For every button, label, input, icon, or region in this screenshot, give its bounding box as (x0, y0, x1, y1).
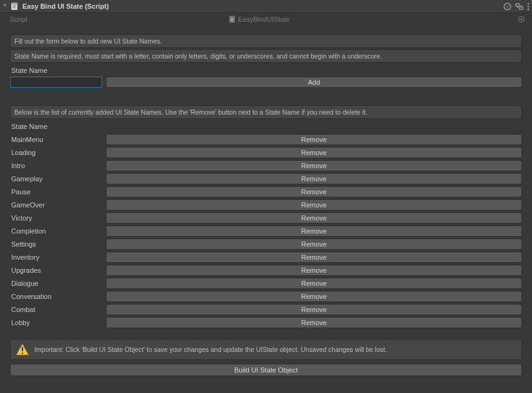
svg-point-10 (528, 6, 530, 7)
state-row: UpgradesRemove (10, 263, 522, 277)
remove-button[interactable]: Remove (106, 278, 522, 289)
remove-button[interactable]: Remove (106, 239, 522, 250)
state-row: GameOverRemove (10, 198, 522, 211)
state-row: GameplayRemove (10, 172, 522, 185)
state-name-cell: Lobby (10, 319, 106, 326)
state-name-cell: GameOver (10, 201, 106, 209)
script-field-value: # EasyBindUIState (227, 15, 522, 24)
remove-button[interactable]: Remove (106, 186, 522, 197)
remove-button[interactable]: Remove (106, 265, 522, 276)
state-list: MainMenuRemoveLoadingRemoveIntroRemoveGa… (10, 133, 522, 329)
svg-rect-5 (516, 4, 519, 6)
build-ui-state-button[interactable]: Build UI State Object (10, 364, 522, 376)
svg-text:#: # (231, 17, 234, 22)
svg-rect-6 (520, 7, 523, 9)
warning-box: Important: Click 'Build UI State Object'… (10, 339, 522, 360)
remove-button[interactable]: Remove (106, 212, 522, 224)
state-name-cell: MainMenu (10, 136, 106, 143)
svg-rect-17 (22, 347, 23, 351)
warning-text: Important: Click 'Build UI State Object'… (34, 346, 387, 353)
state-row: MainMenuRemove (10, 133, 522, 146)
component-title: Easy Bind UI State (Script) (22, 2, 109, 10)
script-reference-name: EasyBindUIState (238, 16, 290, 23)
state-row: LobbyRemove (10, 316, 522, 329)
state-name-cell: Inventory (10, 253, 106, 261)
state-name-cell: Dialogue (10, 280, 106, 287)
state-row: ConversationRemove (10, 290, 522, 303)
state-name-cell: Conversation (10, 293, 106, 300)
svg-point-11 (528, 8, 530, 10)
help-icon[interactable]: ? (503, 2, 511, 11)
state-row: PauseRemove (10, 185, 522, 198)
remove-button[interactable]: Remove (106, 147, 522, 158)
foldout-toggle-icon[interactable]: ▼ (2, 3, 7, 8)
svg-text:#: # (13, 4, 16, 9)
remove-button[interactable]: Remove (106, 317, 522, 328)
script-file-icon: # (229, 16, 235, 23)
state-row: CompletionRemove (10, 224, 522, 237)
component-header: ▼ # Easy Bind UI State (Script) ? (0, 0, 532, 13)
state-row: SettingsRemove (10, 237, 522, 250)
svg-point-9 (528, 2, 530, 4)
warning-icon (16, 343, 29, 356)
remove-button[interactable]: Remove (106, 291, 522, 302)
state-name-input[interactable] (10, 77, 102, 88)
svg-rect-18 (22, 353, 23, 354)
state-row: InventoryRemove (10, 250, 522, 263)
add-state-row: Add (10, 77, 522, 88)
state-name-cell: Gameplay (10, 175, 106, 182)
state-name-cell: Combat (10, 306, 106, 313)
script-component-icon: # (10, 2, 19, 11)
helpbox-form-info: Fill out the form below to add new UI St… (10, 34, 522, 48)
state-name-cell: Upgrades (10, 267, 106, 274)
state-name-cell: Settings (10, 240, 106, 248)
svg-text:?: ? (506, 4, 509, 9)
add-button[interactable]: Add (106, 77, 522, 88)
remove-button[interactable]: Remove (106, 160, 522, 171)
state-list-header: State Name (11, 123, 522, 130)
remove-button[interactable]: Remove (106, 199, 522, 211)
state-name-cell: Loading (10, 149, 106, 156)
state-row: LoadingRemove (10, 146, 522, 159)
script-field-label: Script (10, 16, 227, 23)
state-row: VictoryRemove (10, 211, 522, 224)
helpbox-rules-info: State Name is required, must start with … (10, 49, 522, 63)
state-name-cell: Victory (10, 214, 106, 222)
state-name-cell: Pause (10, 188, 106, 196)
helpbox-list-info: Below is the list of currently added UI … (10, 105, 522, 119)
state-name-input-label: State Name (11, 67, 522, 74)
remove-button[interactable]: Remove (106, 225, 522, 237)
state-name-cell: Intro (10, 162, 106, 169)
state-row: CombatRemove (10, 303, 522, 316)
context-menu-icon[interactable] (527, 2, 530, 11)
remove-button[interactable]: Remove (106, 134, 522, 145)
script-field-row: Script # EasyBindUIState (0, 13, 532, 26)
remove-button[interactable]: Remove (106, 173, 522, 184)
state-row: IntroRemove (10, 159, 522, 172)
remove-button[interactable]: Remove (106, 252, 522, 263)
object-picker-icon[interactable] (517, 15, 526, 24)
presets-icon[interactable] (515, 2, 523, 11)
svg-point-15 (521, 19, 523, 21)
state-name-cell: Completion (10, 227, 106, 235)
state-row: DialogueRemove (10, 277, 522, 290)
remove-button[interactable]: Remove (106, 304, 522, 315)
